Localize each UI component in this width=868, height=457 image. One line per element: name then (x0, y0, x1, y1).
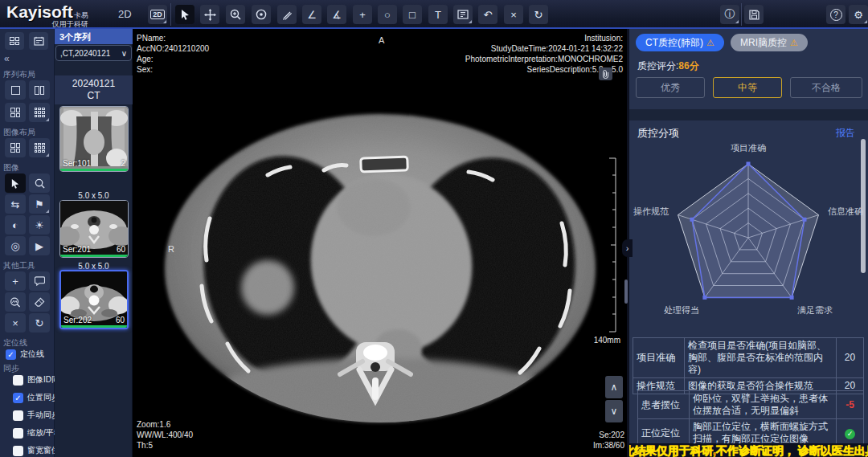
qc-subsection-title: 质控分项 (637, 126, 679, 141)
save-button[interactable] (744, 5, 764, 24)
settings-button[interactable]: ⚙ (849, 5, 868, 24)
cine-icon (457, 10, 469, 19)
magnify-region-button[interactable] (5, 292, 26, 312)
grade-excellent-button[interactable]: 优秀 (636, 77, 705, 98)
series-dropdown[interactable]: ,CT,20240121 ∨ (55, 45, 132, 61)
report-info-button[interactable]: ⓘ (720, 5, 739, 24)
thumb-progress-bar (60, 169, 128, 171)
svg-text:项目准确: 项目准确 (731, 143, 766, 153)
help-button[interactable]: ? (826, 5, 845, 24)
layout-2x2-icon (10, 108, 20, 117)
layout-2d-button[interactable]: 2D (148, 5, 167, 24)
text-annotation-button[interactable]: T (428, 5, 448, 24)
cine-layout-button[interactable] (453, 5, 473, 24)
thumb-title: 5.0 x 5.0 (55, 191, 133, 200)
series-panel: 3个序列 ,CT,20240121 ∨ 20240121 CT Ser:101 (55, 29, 133, 457)
image-target-button[interactable]: ◎ (5, 236, 26, 255)
overlay-pname: PName: (137, 33, 209, 43)
reset-button[interactable]: ↻ (529, 5, 548, 24)
prev-image-button[interactable]: ∧ (605, 376, 623, 398)
overlay-thickness: Th:5 (137, 440, 193, 451)
layout-1x1-button[interactable] (5, 80, 26, 100)
zoom-tool-button[interactable] (226, 5, 245, 24)
panel-grid-icon (10, 37, 19, 45)
layout-2x2-button[interactable] (5, 103, 26, 122)
paperclip-icon (602, 70, 609, 79)
overlay-photometric: PhotometricInterpretation:MONOCHROME2 (465, 54, 623, 64)
app-window: Kayisoft卡易 仅用于科研 2D 2D ∠ ∡ + ○ □ T (0, 0, 868, 457)
tab-mri-qc[interactable]: MRI脑质控 ⚠ (731, 34, 808, 51)
image-flip-button[interactable]: ⇆ (5, 194, 26, 214)
image-cursor-button[interactable] (5, 173, 26, 193)
image-search-button[interactable] (29, 173, 50, 193)
overlay-image-number: Im:38/60 (593, 440, 624, 451)
chevron-right-icon: › (626, 243, 629, 253)
measure-tool-button[interactable] (277, 5, 297, 24)
img-layout-3x3-icon (35, 143, 45, 153)
series-thumbnail-202-selected[interactable]: Ser:202 60 (59, 270, 129, 329)
window-level-button[interactable] (252, 5, 271, 24)
link-series-button[interactable] (599, 67, 612, 80)
angle-tool-button[interactable]: ∠ (302, 5, 321, 24)
checkbox-position-sync[interactable]: ✓ 位置同步 (13, 392, 59, 403)
img-layout-2x2-button[interactable] (5, 138, 26, 157)
thumb-image-count: 60 (117, 245, 125, 254)
window-level-icon (256, 9, 267, 20)
cursor-tool-button[interactable] (175, 5, 194, 24)
layout-1x2-button[interactable] (29, 80, 50, 100)
panel-grid-toggle-button[interactable] (5, 32, 24, 50)
section-sync: 同步 (3, 363, 19, 374)
checkbox-manual-sync[interactable]: 手动同步 (13, 410, 59, 421)
comment-tool-button[interactable] (29, 271, 50, 291)
qc-item-desc: 检查项目是否准确(项目如脑部、胸部、腹部是否在标准的范围内容) (685, 338, 837, 378)
dropdown-corner (46, 210, 49, 213)
ellipse-roi-button[interactable]: ○ (378, 5, 397, 24)
img-layout-3x3-button[interactable] (29, 138, 50, 157)
refresh-button[interactable]: ↻ (29, 313, 50, 333)
tab-label: MRI脑质控 (740, 36, 787, 50)
clear-all-button[interactable]: × (5, 313, 26, 333)
delete-annotation-button[interactable]: × (504, 5, 523, 24)
pan-icon (204, 9, 216, 21)
image-scrollbar-thumb[interactable] (624, 280, 628, 304)
ct-axial-image (133, 29, 627, 457)
cobb-angle-button[interactable]: ∡ (327, 5, 346, 24)
image-brightness-button[interactable]: ☀ (29, 215, 50, 235)
checkbox-unchecked-icon (13, 375, 23, 386)
mode-2d-label: 2D (118, 8, 132, 20)
add-tool-button[interactable]: + (5, 271, 26, 291)
tab-ct-qc[interactable]: CT质控(肺部) ⚠ (636, 34, 724, 51)
image-invert-button[interactable]: ◐ (5, 215, 26, 235)
qc-panel: CT质控(肺部) ⚠ MRI脑质控 ⚠ 质控评分:86分 优秀 中等 不合格 质… (627, 29, 868, 457)
rect-roi-button[interactable]: □ (403, 5, 422, 24)
thumb-image-count: 60 (116, 316, 125, 324)
next-image-button[interactable]: ∨ (605, 400, 623, 422)
panel-expand-handle[interactable]: › (622, 239, 633, 257)
series-thumbnail-201[interactable]: Ser:201 60 (59, 200, 129, 258)
crosshair-icon: + (359, 9, 366, 21)
series-group-modality: CT (55, 90, 133, 102)
crosshair-tool-button[interactable]: + (353, 5, 372, 24)
collapse-sidebar-button[interactable]: « (4, 53, 10, 64)
dropdown-corner (864, 20, 867, 23)
layout-3x3-button[interactable] (29, 103, 50, 122)
undo-button[interactable]: ↶ (478, 5, 497, 24)
overlay-zoom: Zoom:1.6 (137, 419, 193, 430)
overlay-accno: AccNO:2401210200 (137, 43, 209, 54)
grade-medium-button[interactable]: 中等 (713, 77, 782, 98)
image-flag-button[interactable]: ⚑ (29, 194, 50, 214)
checkbox-window-sync[interactable]: 窗宽窗位 (13, 445, 59, 456)
report-link[interactable]: 报告 (836, 126, 855, 140)
series-thumbnail-101[interactable]: Ser:101 2 (59, 106, 129, 172)
report-panel-toggle-button[interactable] (29, 32, 48, 50)
image-play-button[interactable]: ▶ (29, 236, 50, 255)
checkbox-loc-line[interactable]: ✓ 定位线 (6, 349, 44, 360)
grade-fail-button[interactable]: 不合格 (790, 77, 862, 98)
help-icon: ? (830, 9, 842, 21)
layout-1x2-icon (35, 86, 44, 95)
ellipse-icon: ○ (384, 9, 391, 21)
eraser-button[interactable] (29, 292, 50, 312)
ct-viewport[interactable]: PName: AccNO:2401210200 Age: Sex: Instit… (133, 29, 627, 457)
pan-tool-button[interactable] (200, 5, 219, 24)
series-group-date: 20240121 (55, 78, 133, 90)
